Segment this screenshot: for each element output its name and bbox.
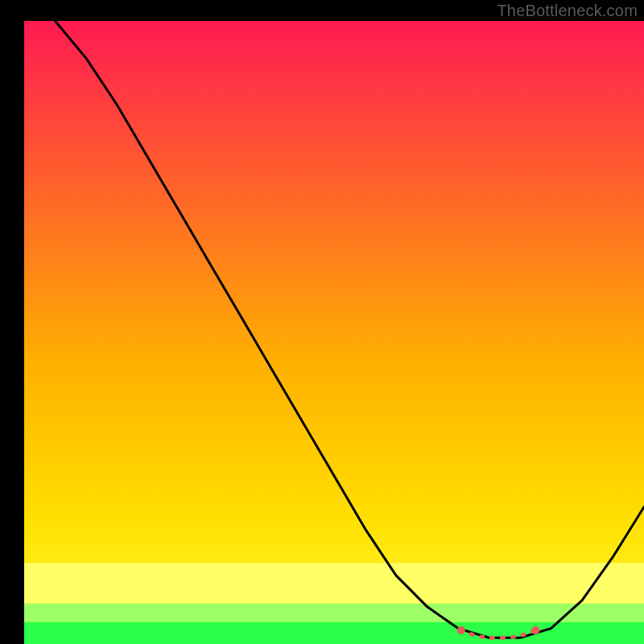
optimal-range-end-dot	[531, 626, 539, 634]
optimal-range-start-dot	[457, 626, 465, 634]
watermark-text: TheBottleneck.com	[497, 2, 638, 20]
band-pale-yellow	[24, 563, 644, 603]
band-green-light	[24, 604, 644, 622]
bottleneck-chart	[0, 0, 644, 644]
chart-container: { "watermark": "TheBottleneck.com", "col…	[0, 0, 644, 644]
band-green	[24, 622, 644, 644]
gradient-background	[24, 21, 644, 644]
plot-area	[24, 21, 644, 644]
